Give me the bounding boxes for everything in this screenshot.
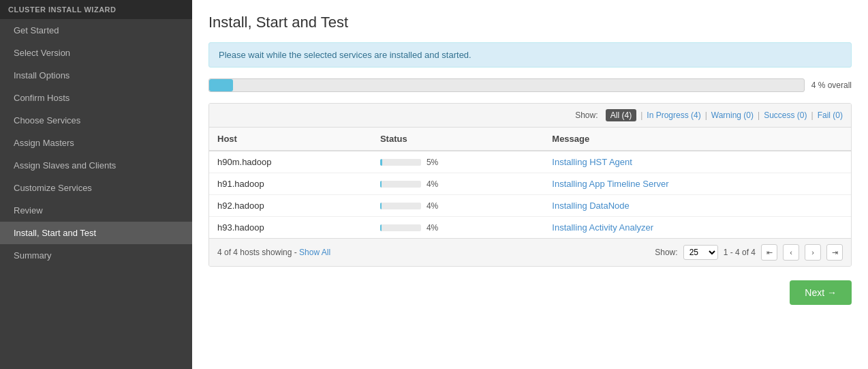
cell-host: h92.hadoop [209,195,372,217]
footer-actions: Next → [208,280,852,305]
sidebar-item-install-start-test[interactable]: Install, Start and Test [0,222,192,244]
status-pct: 5% [427,158,438,167]
status-pct: 4% [427,201,438,211]
filter-all-badge[interactable]: All (4) [606,109,636,121]
sidebar-item-customize-services[interactable]: Customize Services [0,177,192,199]
col-host: Host [209,128,372,151]
sidebar-item-assign-slaves-clients[interactable]: Assign Slaves and Clients [0,154,192,177]
sidebar: CLUSTER INSTALL WIZARD Get StartedSelect… [0,0,192,369]
filter-fail[interactable]: Fail (0) [818,110,843,120]
table-row: h91.hadoop 4% Installing App Timeline Se… [209,173,851,195]
sidebar-item-select-version[interactable]: Select Version [0,42,192,64]
mini-progress-fill [380,159,382,166]
overall-progress: 4 % overall [208,78,852,92]
table-row: h93.hadoop 4% Installing Activity Analyz… [209,217,851,239]
mini-progress-wrap [380,203,421,209]
show-all-link[interactable]: Show All [299,248,330,257]
progress-bar-fill [209,79,233,91]
cell-host: h91.hadoop [209,173,372,195]
cell-host: h93.hadoop [209,217,372,239]
cell-message: Installing HST Agent [544,151,851,173]
page-size-select[interactable]: 102550100 [683,245,718,260]
filter-success[interactable]: Success (0) [764,110,807,120]
sidebar-item-review[interactable]: Review [0,199,192,222]
hosts-showing-text: 4 of 4 hosts showing - [217,248,299,257]
message-link[interactable]: Installing Activity Analyzer [552,222,653,233]
status-pct: 4% [427,179,438,189]
cell-status: 4% [372,217,544,239]
cell-status: 4% [372,195,544,217]
mini-progress-wrap [380,159,421,166]
sidebar-item-assign-masters[interactable]: Assign Masters [0,132,192,154]
message-link[interactable]: Installing DataNode [552,201,629,211]
sidebar-item-install-options[interactable]: Install Options [0,64,192,87]
sidebar-item-confirm-hosts[interactable]: Confirm Hosts [0,87,192,109]
page-title: Install, Start and Test [208,14,852,31]
progress-bar-wrap [208,78,805,92]
host-table-container: Show: All (4) | In Progress (4) | Warnin… [208,103,852,267]
sidebar-title: CLUSTER INSTALL WIZARD [0,0,192,19]
next-page-button[interactable]: › [805,244,821,261]
prev-page-button[interactable]: ‹ [783,244,799,261]
show-label: Show: [575,110,598,120]
filter-warning[interactable]: Warning (0) [711,110,754,120]
col-message: Message [544,128,851,151]
cell-message: Installing Activity Analyzer [544,217,851,239]
last-page-button[interactable]: ⇥ [826,244,843,261]
col-status: Status [372,128,544,151]
pagination: Show: 102550100 1 - 4 of 4 ⇤ ‹ › ⇥ [655,244,843,261]
info-banner: Please wait while the selected services … [208,42,852,68]
filter-bar: Show: All (4) | In Progress (4) | Warnin… [209,104,851,128]
sidebar-item-summary[interactable]: Summary [0,244,192,267]
mini-progress-wrap [380,224,421,231]
status-pct: 4% [427,223,438,233]
hosts-table: Host Status Message h90m.hadoop 5% Insta… [209,128,851,238]
table-footer: 4 of 4 hosts showing - Show All Show: 10… [209,238,851,266]
progress-label: 4 % overall [811,80,852,90]
filter-in-progress[interactable]: In Progress (4) [647,110,700,120]
cell-message: Installing App Timeline Server [544,173,851,195]
cell-message: Installing DataNode [544,195,851,217]
table-body: h90m.hadoop 5% Installing HST Agenth91.h… [209,151,851,238]
mini-progress-fill [380,224,382,231]
table-row: h92.hadoop 4% Installing DataNode [209,195,851,217]
sidebar-item-get-started[interactable]: Get Started [0,19,192,42]
next-button[interactable]: Next → [790,280,852,305]
page-range: 1 - 4 of 4 [724,248,756,257]
mini-progress-wrap [380,181,421,188]
show-page-label: Show: [655,248,677,257]
cell-host: h90m.hadoop [209,151,372,173]
mini-progress-fill [380,181,382,188]
cell-status: 4% [372,173,544,195]
mini-progress-fill [380,203,382,209]
table-header: Host Status Message [209,128,851,151]
cell-status: 5% [372,151,544,173]
table-row: h90m.hadoop 5% Installing HST Agent [209,151,851,173]
message-link[interactable]: Installing HST Agent [552,157,632,167]
hosts-count: 4 of 4 hosts showing - Show All [217,248,330,257]
first-page-button[interactable]: ⇤ [761,244,777,261]
sidebar-item-choose-services[interactable]: Choose Services [0,109,192,132]
message-link[interactable]: Installing App Timeline Server [552,179,668,189]
main-content: Install, Start and Test Please wait whil… [192,0,868,369]
